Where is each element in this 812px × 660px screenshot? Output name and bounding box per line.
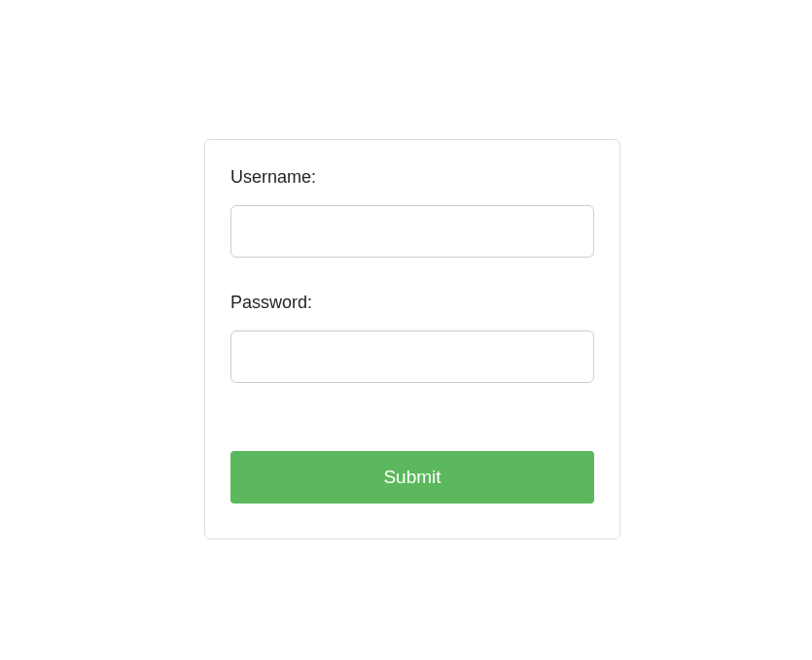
password-input[interactable]: [230, 330, 594, 383]
password-group: Password:: [230, 293, 594, 383]
username-input[interactable]: [230, 205, 594, 258]
submit-button[interactable]: Submit: [230, 451, 594, 504]
username-label: Username:: [230, 167, 594, 188]
password-label: Password:: [230, 293, 594, 313]
username-group: Username:: [230, 167, 594, 258]
login-form: Username: Password: Submit: [204, 139, 620, 539]
